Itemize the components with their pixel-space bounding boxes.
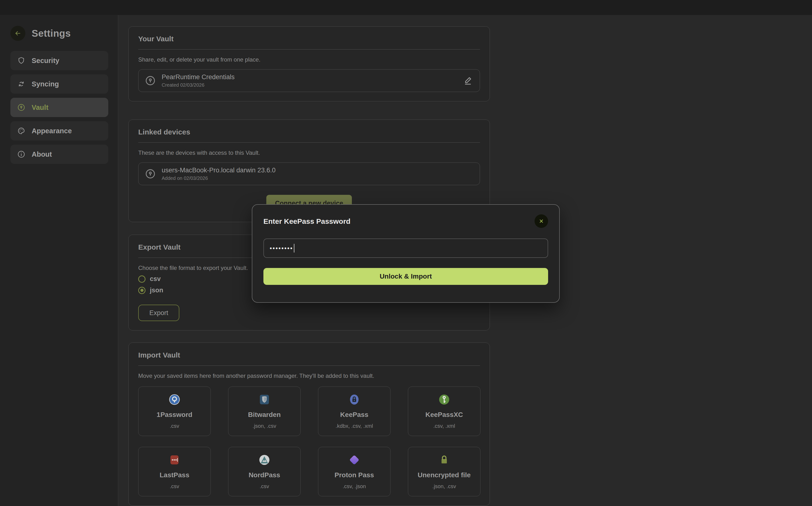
tile-formats: .json, .csv — [432, 483, 456, 490]
keepass-password-dialog: Enter KeePass Password •••••••• Unlock &… — [252, 204, 560, 303]
tile-formats: .csv, .xml — [433, 423, 455, 429]
sidebar-item-about[interactable]: About — [10, 145, 108, 164]
bitwarden-icon — [258, 394, 270, 406]
sidebar-item-appearance[interactable]: Appearance — [10, 121, 108, 141]
close-icon — [538, 218, 544, 224]
close-dialog-button[interactable] — [535, 215, 548, 228]
dialog-title: Enter KeePass Password — [263, 217, 350, 226]
section-description: These are the devices with access to thi… — [138, 150, 480, 156]
radio-unselected-icon — [138, 275, 145, 283]
section-description: Move your saved items here from another … — [138, 372, 480, 379]
tile-name: NordPass — [249, 471, 280, 479]
import-tile-1password[interactable]: 1Password .csv — [138, 387, 211, 436]
sidebar-item-syncing[interactable]: Syncing — [10, 74, 108, 94]
radio-label: csv — [150, 275, 161, 283]
import-source-grid: 1Password .csv Bitwarden .json, .csv — [138, 387, 480, 496]
tile-formats: .kdbx, .csv, .xml — [336, 423, 373, 429]
section-title: Linked devices — [138, 128, 480, 136]
sidebar-item-vault[interactable]: Vault — [10, 98, 108, 117]
tile-name: Unencrypted file — [418, 471, 471, 479]
protonpass-icon — [348, 454, 360, 466]
import-tile-lastpass[interactable]: LastPass .csv — [138, 447, 211, 496]
tile-formats: .csv — [170, 423, 179, 429]
key-circle-icon — [17, 103, 25, 111]
back-button[interactable] — [10, 26, 25, 41]
divider — [138, 49, 480, 50]
tile-name: LastPass — [160, 471, 190, 479]
vault-row[interactable]: PearRuntime Credentials Created 02/03/20… — [138, 69, 480, 92]
lastpass-icon — [168, 454, 181, 466]
pencil-icon — [463, 75, 473, 86]
import-tile-keepassxc[interactable]: KeePassXC .csv, .xml — [408, 387, 480, 436]
sidebar-item-label: Syncing — [32, 80, 59, 88]
1password-icon — [168, 394, 181, 406]
section-title: Your Vault — [138, 35, 480, 43]
sync-icon — [17, 80, 25, 88]
app-window: Settings Security Syncing — [0, 0, 812, 506]
shield-icon — [17, 57, 25, 65]
tile-name: KeePassXC — [425, 411, 463, 419]
import-tile-bitwarden[interactable]: Bitwarden .json, .csv — [228, 387, 300, 436]
tile-name: Bitwarden — [248, 411, 281, 419]
import-tile-protonpass[interactable]: Proton Pass .csv, .json — [318, 447, 391, 496]
tile-formats: .json, .csv — [253, 423, 276, 429]
import-vault-card: Import Vault Move your saved items here … — [128, 343, 490, 506]
key-circle-icon — [145, 168, 156, 179]
vault-created-date: Created 02/03/2026 — [162, 82, 235, 88]
padlock-icon — [438, 454, 450, 466]
tile-name: KeePass — [340, 411, 368, 419]
device-added-date: Added on 02/03/2026 — [162, 175, 275, 181]
keepass-icon — [348, 394, 360, 406]
your-vault-card: Your Vault Share, edit, or delete your v… — [128, 26, 490, 101]
sidebar-item-label: Security — [32, 57, 59, 65]
tile-name: Proton Pass — [334, 471, 374, 479]
nordpass-icon — [258, 454, 270, 466]
password-masked-value: •••••••• — [270, 245, 293, 252]
section-description: Share, edit, or delete your vault from o… — [138, 56, 480, 63]
tile-name: 1Password — [156, 411, 192, 419]
import-tile-unencrypted[interactable]: Unencrypted file .json, .csv — [408, 447, 480, 496]
keepassxc-icon — [438, 394, 450, 406]
device-row[interactable]: users-MacBook-Pro.local darwin 23.6.0 Ad… — [138, 162, 480, 185]
tile-formats: .csv, .json — [343, 483, 366, 490]
sidebar-item-label: Vault — [32, 103, 48, 111]
sidebar-item-label: About — [32, 150, 52, 158]
device-name: users-MacBook-Pro.local darwin 23.6.0 — [162, 167, 275, 174]
settings-sidebar: Settings Security Syncing — [0, 15, 118, 506]
import-tile-nordpass[interactable]: NordPass .csv — [228, 447, 300, 496]
unlock-import-button[interactable]: Unlock & Import — [263, 268, 548, 285]
key-circle-icon — [145, 75, 156, 86]
import-tile-keepass[interactable]: KeePass .kdbx, .csv, .xml — [318, 387, 391, 436]
radio-label: json — [150, 286, 163, 294]
palette-icon — [17, 127, 25, 135]
section-title: Import Vault — [138, 351, 480, 359]
export-button[interactable]: Export — [138, 305, 179, 321]
info-icon — [17, 150, 25, 158]
edit-vault-button[interactable] — [463, 75, 473, 86]
tile-formats: .csv — [170, 483, 179, 490]
tile-formats: .csv — [260, 483, 269, 490]
password-input[interactable]: •••••••• — [263, 239, 548, 258]
sidebar-item-label: Appearance — [32, 127, 72, 135]
sidebar-item-security[interactable]: Security — [10, 51, 108, 70]
vault-name: PearRuntime Credentials — [162, 73, 235, 81]
radio-selected-icon — [138, 287, 145, 294]
arrow-left-icon — [14, 30, 22, 37]
window-titlebar — [0, 0, 812, 15]
divider — [138, 365, 480, 366]
page-title: Settings — [32, 28, 71, 39]
text-caret — [294, 244, 294, 253]
